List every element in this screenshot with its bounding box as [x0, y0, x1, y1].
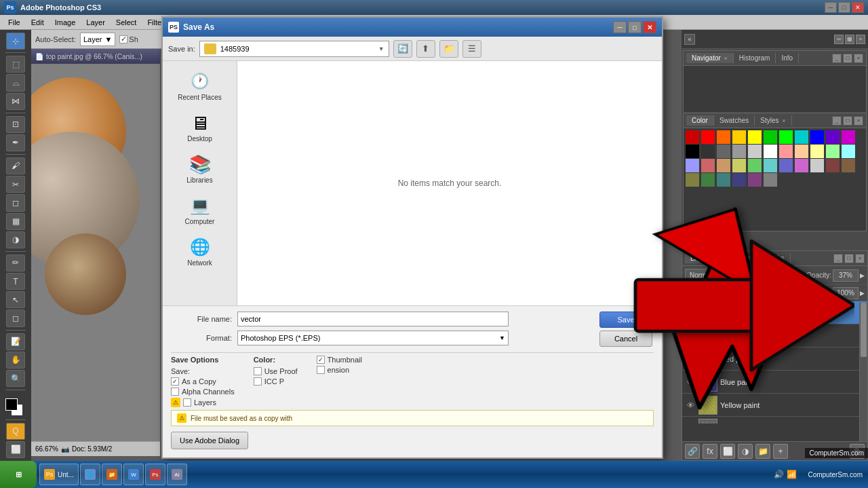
- layer-row[interactable]: 👁Blue paint: [682, 371, 867, 394]
- tool-crop[interactable]: ⊡: [6, 116, 25, 133]
- color-swatch-cell[interactable]: [764, 145, 777, 158]
- panel-toolbar-btn-1[interactable]: ═: [834, 35, 844, 44]
- taskbar-item-4[interactable]: W: [123, 464, 144, 485]
- color-swatch-cell[interactable]: [764, 159, 777, 172]
- tool-text[interactable]: T: [6, 273, 25, 290]
- panel-color-close[interactable]: ×: [854, 116, 863, 126]
- use-adobe-dialog-btn[interactable]: Use Adobe Dialog: [171, 432, 248, 449]
- icc-checkbox[interactable]: [254, 377, 262, 386]
- dialog-create-folder[interactable]: 📁: [439, 40, 458, 58]
- alpha-channels-checkbox[interactable]: [171, 388, 179, 396]
- panel-toolbar-btn-2[interactable]: ▦: [845, 35, 854, 44]
- color-swatch-cell[interactable]: [701, 145, 715, 158]
- dialog-nav-up[interactable]: ⬆: [416, 40, 435, 58]
- taskbar-item-3[interactable]: 📁: [102, 464, 122, 485]
- tool-lasso[interactable]: ⌓: [6, 74, 25, 91]
- layer-visibility-toggle[interactable]: 👁: [685, 331, 696, 341]
- dialog-minimize-btn[interactable]: ─: [613, 21, 627, 33]
- color-swatch-cell[interactable]: [717, 159, 730, 172]
- layers-checkbox[interactable]: [183, 398, 191, 407]
- dialog-close-btn[interactable]: ✕: [643, 21, 656, 33]
- layer-adjustment-btn[interactable]: ◑: [738, 444, 753, 459]
- color-swatch-cell[interactable]: [732, 159, 746, 172]
- menu-layer[interactable]: Layer: [81, 17, 111, 28]
- ps-close-btn[interactable]: ✕: [852, 2, 864, 13]
- color-swatch-cell[interactable]: [732, 173, 746, 187]
- foreground-color-swatch[interactable]: [5, 398, 18, 411]
- layer-visibility-toggle[interactable]: 👁: [685, 377, 696, 388]
- tool-clone[interactable]: ✂: [6, 176, 25, 193]
- dialog-view-toggle[interactable]: ☰: [462, 40, 481, 58]
- cancel-button[interactable]: Cancel: [599, 331, 652, 347]
- lock-position-btn[interactable]: +: [728, 288, 738, 298]
- blend-mode-select[interactable]: Normal: [685, 269, 725, 282]
- panel-layers-close[interactable]: ×: [855, 254, 865, 263]
- tool-quickmask[interactable]: Q: [6, 423, 25, 440]
- as-copy-checkbox[interactable]: ✓: [171, 377, 179, 386]
- color-swatch-cell[interactable]: [686, 145, 699, 158]
- format-combo[interactable]: Photoshop EPS (*.EPS) ▼: [237, 331, 509, 345]
- color-swatch-cell[interactable]: [748, 145, 762, 158]
- tool-zoom[interactable]: 🔍: [6, 370, 25, 387]
- tool-brush[interactable]: 🖌: [6, 157, 25, 174]
- panel-toolbar-btn-3[interactable]: ×: [856, 35, 865, 44]
- tool-shape[interactable]: ◻: [6, 309, 25, 326]
- tool-screenmode[interactable]: ⬜: [6, 441, 25, 458]
- color-swatch-cell[interactable]: [764, 173, 777, 187]
- panel-nav-minimize[interactable]: _: [832, 54, 842, 63]
- color-swatch-cell[interactable]: [686, 159, 699, 172]
- color-swatch-cell[interactable]: [701, 130, 715, 144]
- opacity-arrow[interactable]: ▶: [860, 272, 865, 279]
- dialog-maximize-btn[interactable]: □: [628, 21, 642, 33]
- tool-eyedropper[interactable]: ✒: [6, 134, 25, 151]
- dialog-filelist[interactable]: No items match your search.: [237, 61, 662, 305]
- layers-scrollbar[interactable]: [859, 303, 867, 441]
- fill-input[interactable]: [833, 287, 859, 299]
- color-swatch-cell[interactable]: [779, 145, 793, 158]
- use-proof-checkbox[interactable]: [254, 367, 262, 375]
- tool-marquee[interactable]: ⬚: [6, 56, 25, 73]
- color-swatch-cell[interactable]: [810, 159, 824, 172]
- lock-all-btn[interactable]: 🔒: [741, 288, 750, 298]
- layer-visibility-toggle[interactable]: 👁: [685, 423, 696, 424]
- color-swatch-cell[interactable]: [748, 159, 762, 172]
- color-swatch-cell[interactable]: [717, 145, 730, 158]
- color-swatch-cell[interactable]: [748, 173, 762, 187]
- layer-row[interactable]: 👁Grenn Paint: [682, 324, 867, 348]
- layer-visibility-toggle[interactable]: 👁: [685, 307, 696, 318]
- sidebar-recent-places[interactable]: 🕐 Recent Places: [165, 67, 234, 105]
- panel-layers-minimize[interactable]: _: [833, 254, 843, 263]
- tool-move[interactable]: ⊹: [6, 33, 25, 50]
- save-button[interactable]: Save: [599, 312, 652, 328]
- tab-layers[interactable]: Layers *: [685, 253, 722, 263]
- fill-arrow[interactable]: ▶: [860, 290, 865, 297]
- tool-hand[interactable]: ✋: [6, 352, 25, 369]
- color-swatch-cell[interactable]: [701, 173, 715, 187]
- layer-link-btn[interactable]: 🔗: [685, 444, 700, 459]
- tab-histogram[interactable]: Histogram: [734, 53, 776, 63]
- color-swatch-cell[interactable]: [732, 145, 746, 158]
- layer-group-btn[interactable]: 📁: [755, 444, 770, 459]
- tab-navigator[interactable]: Navigator ×: [686, 53, 734, 63]
- layer-row[interactable]: 👁Yellow paint: [682, 394, 867, 417]
- tool-gradient[interactable]: ▦: [6, 213, 25, 230]
- layer-row[interactable]: 👁Posterized: [682, 417, 867, 424]
- dialog-nav-back[interactable]: 🔄: [393, 40, 412, 58]
- layer-visibility-toggle[interactable]: 👁: [685, 354, 696, 364]
- color-swatch-cell[interactable]: [701, 159, 715, 172]
- menu-image[interactable]: Image: [50, 17, 81, 28]
- tab-color[interactable]: Color: [686, 115, 714, 126]
- menu-select[interactable]: Select: [111, 17, 142, 28]
- panel-layers-maximize[interactable]: □: [844, 254, 854, 263]
- layer-new-btn[interactable]: +: [773, 444, 788, 459]
- color-swatch-cell[interactable]: [795, 159, 808, 172]
- tool-eraser[interactable]: ◻: [6, 194, 25, 211]
- extension-checkbox[interactable]: [317, 366, 325, 374]
- tool-notes[interactable]: 📝: [6, 333, 25, 350]
- filename-input[interactable]: [237, 312, 509, 326]
- layer-row[interactable]: 👁Canister: [682, 301, 867, 324]
- lock-transparent-btn[interactable]: □: [704, 288, 713, 298]
- color-swatch-cell[interactable]: [810, 130, 824, 144]
- color-swatch-cell[interactable]: [842, 159, 855, 172]
- layer-row[interactable]: 👁Red paint: [682, 348, 867, 371]
